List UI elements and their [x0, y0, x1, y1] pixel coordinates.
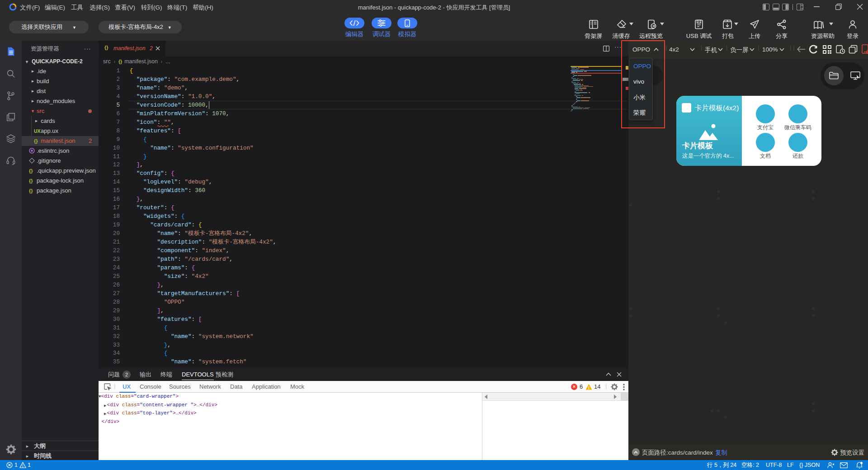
- svg-text:!: !: [588, 385, 590, 390]
